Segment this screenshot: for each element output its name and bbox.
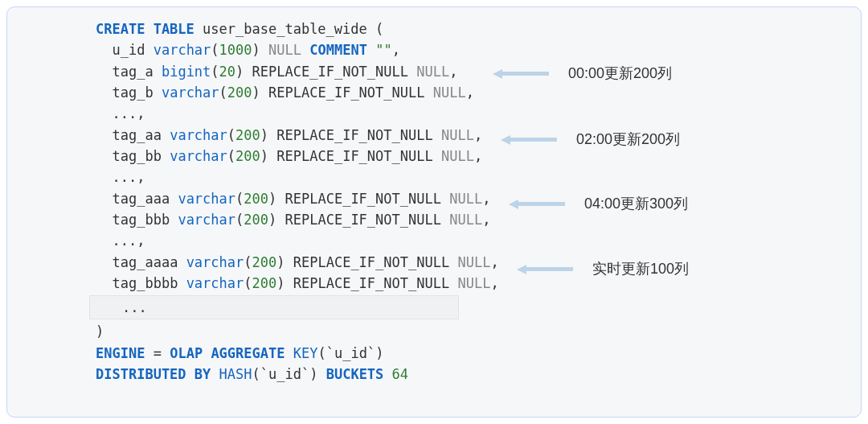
null-kw: NULL xyxy=(449,212,482,228)
null-kw: NULL xyxy=(457,275,490,291)
arrow-left-icon xyxy=(501,135,557,143)
arrow-left-icon xyxy=(493,69,549,77)
null-kw: NULL xyxy=(449,191,482,207)
num-64: 64 xyxy=(392,366,408,382)
replace-if: REPLACE_IF_NOT_NULL xyxy=(285,212,441,228)
code-diagram-container: CREATE TABLE user_base_table_wide ( u_id… xyxy=(6,6,862,418)
num-200: 200 xyxy=(244,191,268,207)
num-200: 200 xyxy=(252,275,277,291)
null-kw: NULL xyxy=(441,127,474,143)
annotation-2: 02:00更新200列 xyxy=(501,130,680,149)
num-1000: 1000 xyxy=(219,42,252,58)
table-name: user_base_table_wide xyxy=(203,21,367,37)
col-tag-bbb: tag_bbb xyxy=(112,212,170,228)
truncated-block: ... xyxy=(89,295,459,319)
distributed-kw: DISTRIBUTED xyxy=(96,366,186,382)
replace-if: REPLACE_IF_NOT_NULL xyxy=(276,148,432,164)
null-kw: NULL xyxy=(416,64,449,80)
aggregate-kw: AGGREGATE xyxy=(211,345,285,361)
null-kw: NULL xyxy=(441,148,474,164)
sql-code-block: CREATE TABLE user_base_table_wide ( u_id… xyxy=(96,19,841,294)
type-varchar: varchar xyxy=(154,42,211,58)
dots-truncated: ... xyxy=(122,299,147,315)
type-varchar: varchar xyxy=(178,191,235,207)
null-kw: NULL xyxy=(457,254,490,270)
open-paren: ( xyxy=(375,21,383,37)
num-200: 200 xyxy=(235,148,260,164)
num-200: 200 xyxy=(244,212,268,228)
type-varchar: varchar xyxy=(170,127,227,143)
type-varchar: varchar xyxy=(178,212,235,228)
annotation-4-label: 实时更新100列 xyxy=(592,259,689,278)
replace-if: REPLACE_IF_NOT_NULL xyxy=(285,191,441,207)
u-id-quoted: `u_id` xyxy=(326,345,375,361)
buckets-kw: BUCKETS xyxy=(326,366,384,382)
col-tag-aaa: tag_aaa xyxy=(112,191,170,207)
dots: ..., xyxy=(112,169,145,185)
type-varchar: varchar xyxy=(170,148,227,164)
dots: ..., xyxy=(112,233,145,249)
sql-footer-block: ) ENGINE = OLAP AGGREGATE KEY(`u_id`) DI… xyxy=(96,321,841,385)
col-tag-aa: tag_aa xyxy=(112,127,161,143)
col-u-id: u_id xyxy=(112,42,145,58)
u-id-quoted-2: `u_id` xyxy=(260,366,309,382)
annotation-1-label: 00:00更新200列 xyxy=(568,64,672,83)
num-20: 20 xyxy=(219,64,235,80)
num-200: 200 xyxy=(227,84,252,101)
empty-str: "" xyxy=(375,42,391,58)
close-paren: ) xyxy=(96,323,104,340)
num-200: 200 xyxy=(235,127,260,143)
engine-kw: ENGINE xyxy=(96,345,145,361)
null-kw: NULL xyxy=(268,42,301,58)
key-kw: KEY xyxy=(293,345,318,361)
type-bigint: bigint xyxy=(162,64,211,80)
replace-if: REPLACE_IF_NOT_NULL xyxy=(268,84,424,101)
replace-if: REPLACE_IF_NOT_NULL xyxy=(276,127,432,143)
annotation-1: 00:00更新200列 xyxy=(493,64,672,83)
type-varchar: varchar xyxy=(186,254,244,270)
col-tag-a: tag_a xyxy=(112,64,153,80)
col-tag-bb: tag_bb xyxy=(112,148,161,164)
annotation-3: 04:00更新300列 xyxy=(509,194,688,213)
replace-if: REPLACE_IF_NOT_NULL xyxy=(293,275,449,291)
replace-if: REPLACE_IF_NOT_NULL xyxy=(293,254,449,270)
create-table-kw: CREATE TABLE xyxy=(96,21,194,37)
null-kw: NULL xyxy=(433,84,466,101)
col-tag-aaaa: tag_aaaa xyxy=(112,254,178,270)
annotation-2-label: 02:00更新200列 xyxy=(576,130,680,149)
arrow-left-icon xyxy=(509,200,565,208)
arrow-left-icon xyxy=(517,265,573,273)
hash-fn: HASH xyxy=(219,366,252,382)
olap-kw: OLAP xyxy=(170,345,203,361)
col-tag-bbbb: tag_bbbb xyxy=(112,275,178,291)
type-varchar: varchar xyxy=(186,275,244,291)
annotation-3-label: 04:00更新300列 xyxy=(584,194,688,213)
by-kw: BY xyxy=(194,366,211,382)
comment-kw: COMMENT xyxy=(309,42,367,58)
num-200: 200 xyxy=(252,254,277,270)
col-tag-b: tag_b xyxy=(112,84,153,101)
annotation-4: 实时更新100列 xyxy=(517,259,689,278)
type-varchar: varchar xyxy=(162,84,219,101)
dots: ..., xyxy=(112,105,145,121)
replace-if: REPLACE_IF_NOT_NULL xyxy=(252,64,408,80)
